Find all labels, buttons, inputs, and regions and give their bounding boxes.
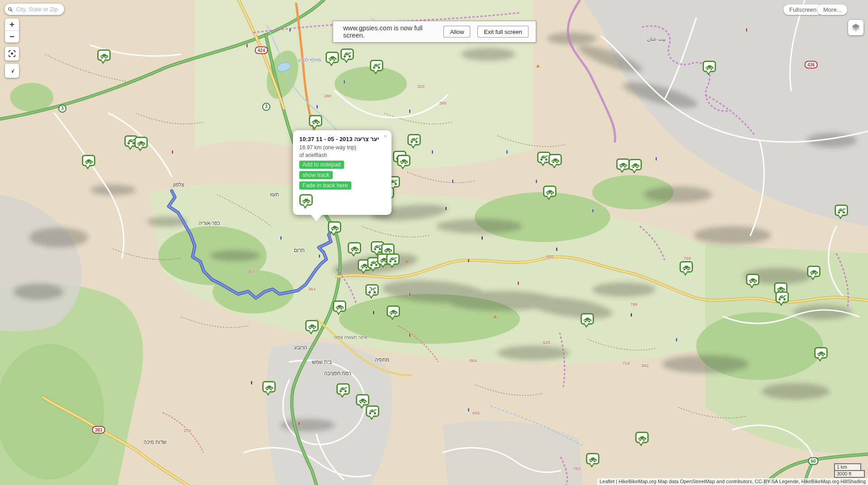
car-icon <box>262 381 276 395</box>
track-marker-car[interactable] <box>543 185 557 200</box>
car-icon <box>543 185 557 200</box>
quad-icon <box>336 383 350 398</box>
quad-icon <box>386 253 400 268</box>
stacked-layers-icon <box>851 23 861 33</box>
zoom-control: + − <box>5 19 19 43</box>
full-extent-button[interactable] <box>5 47 19 61</box>
car-icon <box>82 155 95 169</box>
car-icon <box>397 155 410 169</box>
track-marker-car[interactable] <box>703 61 716 75</box>
car-icon <box>305 320 319 334</box>
track-marker-car[interactable] <box>82 155 95 169</box>
car-icon <box>333 300 346 315</box>
track-marker-car[interactable] <box>262 381 276 395</box>
track-marker-quad[interactable] <box>407 134 421 148</box>
popup-distance: 16.97 km (one-way trip) <box>299 144 385 151</box>
track-marker-car[interactable] <box>326 52 339 66</box>
track-marker-car[interactable] <box>616 158 630 173</box>
more-button[interactable]: More... <box>817 5 847 15</box>
zoom-out-button[interactable]: − <box>5 30 19 43</box>
car-icon <box>326 52 339 66</box>
track-marker-car[interactable] <box>97 49 111 64</box>
fullscreen-button[interactable]: Fullscreen <box>783 5 822 15</box>
track-marker-car[interactable] <box>635 432 649 446</box>
track-marker-car[interactable] <box>387 305 400 320</box>
track-marker-car[interactable] <box>134 137 148 151</box>
fullscreen-notification-bar: www.gpsies.com is now full screen. Allow… <box>333 21 536 43</box>
locate-me-button[interactable] <box>5 64 19 78</box>
track-marker-car[interactable] <box>309 115 322 129</box>
search-icon <box>8 6 13 13</box>
car-icon <box>616 158 630 173</box>
track-marker-car[interactable] <box>397 155 410 169</box>
track-marker-quad[interactable] <box>336 383 350 398</box>
car-icon <box>299 194 313 209</box>
map-canvas[interactable]: צלפוןכפר-אוריהתעוזתרוםמחסיההרובעבית שמשר… <box>0 0 868 485</box>
focus-corners-icon <box>8 49 16 58</box>
car-icon <box>628 159 642 173</box>
layers-button[interactable] <box>848 20 863 35</box>
car-icon <box>548 154 562 168</box>
fullscreen-notification-message: www.gpsies.com is now full screen. <box>343 24 443 39</box>
car-icon <box>580 313 594 328</box>
track-marker-quad[interactable] <box>370 60 383 74</box>
track-marker-car[interactable] <box>586 453 599 467</box>
search-box <box>5 4 64 15</box>
popup-close-icon[interactable]: × <box>384 133 387 140</box>
car-icon <box>814 347 828 361</box>
car-icon <box>387 305 400 320</box>
scale-imperial: 3000 ft <box>834 470 865 478</box>
map-attribution: Leaflet | HikeBikeMap.org Map data OpenS… <box>597 478 868 485</box>
map-tiles[interactable] <box>0 0 868 485</box>
fade-in-track-here-button[interactable]: Fade in track here <box>299 181 351 190</box>
track-marker-quad[interactable] <box>366 405 379 420</box>
track-marker-car[interactable] <box>580 313 594 328</box>
car-icon <box>328 221 341 236</box>
track-marker-car[interactable] <box>328 221 341 236</box>
track-marker-motorcycle[interactable] <box>365 284 379 299</box>
car-icon <box>703 61 716 75</box>
track-marker-quad[interactable] <box>835 204 848 219</box>
track-marker-car[interactable] <box>679 261 693 276</box>
track-marker-quad[interactable] <box>775 291 789 306</box>
track-marker-car[interactable] <box>814 347 828 361</box>
car-icon <box>586 453 599 467</box>
quad-icon <box>370 60 383 74</box>
popup-author: of arielflash <box>299 152 385 158</box>
quad-icon <box>366 405 379 420</box>
track-marker-quad[interactable] <box>386 253 400 268</box>
track-marker-car[interactable] <box>807 266 821 280</box>
track-marker-car[interactable] <box>548 154 562 168</box>
car-icon <box>746 274 760 288</box>
track-marker-car[interactable] <box>305 320 319 334</box>
show-track-button[interactable]: show track <box>299 171 333 179</box>
car-icon <box>97 49 111 64</box>
search-input[interactable] <box>15 6 61 13</box>
car-icon <box>807 266 821 280</box>
track-marker-quad[interactable] <box>340 48 354 63</box>
car-icon <box>348 242 361 257</box>
zoom-in-button[interactable]: + <box>5 19 19 30</box>
popup-title: 10:37 11 - 05 - 2013 יער צרעה <box>299 136 385 143</box>
track-popup: × 10:37 11 - 05 - 2013 יער צרעה 16.97 km… <box>293 130 392 215</box>
car-icon <box>679 261 693 276</box>
quad-icon <box>775 291 789 306</box>
allow-button[interactable]: Allow <box>443 26 470 38</box>
car-icon <box>309 115 322 129</box>
popup-track-marker-icon <box>299 194 385 210</box>
add-to-notepad-button[interactable]: Add to notepad <box>299 161 344 169</box>
car-icon <box>134 137 148 151</box>
quad-icon <box>340 48 354 63</box>
track-marker-car[interactable] <box>333 300 346 315</box>
car-icon <box>635 432 649 446</box>
exit-fullscreen-button[interactable]: Exit full screen <box>477 26 528 38</box>
quad-icon <box>835 204 848 219</box>
track-marker-car[interactable] <box>348 242 361 257</box>
quad-icon <box>407 134 421 148</box>
track-marker-car[interactable] <box>746 274 760 288</box>
motorcycle-icon <box>365 284 379 299</box>
scale-metric: 1 km <box>834 463 861 470</box>
navigation-arrow-icon <box>8 67 16 75</box>
track-marker-car[interactable] <box>628 159 642 173</box>
